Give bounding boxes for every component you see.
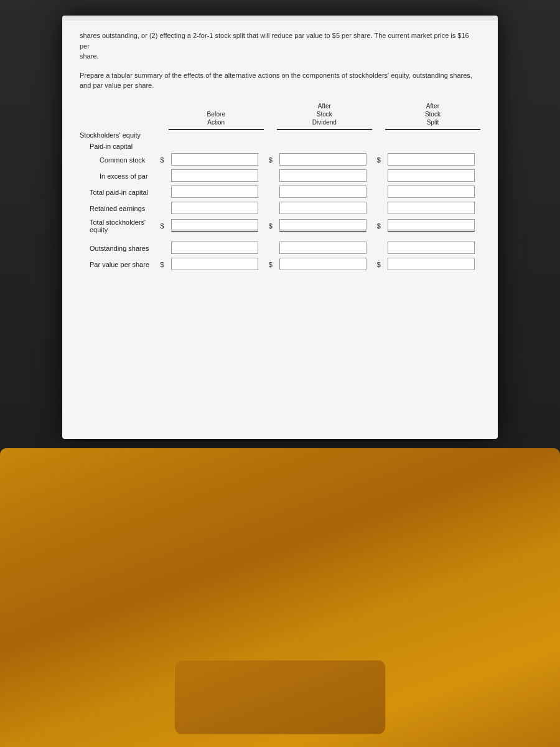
table-spacer	[80, 235, 480, 240]
intro-text: shares outstanding, or (2) effecting a 2…	[80, 31, 480, 62]
common-stock-after-dividend[interactable]	[279, 153, 366, 166]
table-row: Paid-in capital	[80, 141, 480, 152]
screen-area: shares outstanding, or (2) effecting a 2…	[0, 0, 560, 454]
document-content: shares outstanding, or (2) effecting a 2…	[62, 16, 498, 439]
row-label-outstanding-shares: Outstanding shares	[80, 240, 156, 256]
col-before-action: Before Action	[169, 101, 264, 129]
retained-earnings-after-split[interactable]	[388, 202, 475, 214]
row-label-common-stock: Common stock	[80, 152, 156, 168]
par-value-after-dividend[interactable]	[279, 258, 366, 270]
question-text: Prepare a tabular summary of the effects…	[80, 70, 480, 91]
total-paid-in-after-dividend[interactable]	[279, 186, 366, 198]
dollar-sign: $	[269, 261, 273, 268]
table-row: Par value per share $ $ $	[80, 256, 480, 273]
total-paid-in-after-split[interactable]	[388, 186, 475, 198]
dollar-sign: $	[377, 156, 381, 164]
row-label-total-stockholders-equity: Total stockholders' equity	[80, 217, 156, 235]
table-row: Total stockholders' equity $ $ $	[80, 217, 480, 235]
table-row: Total paid-in capital	[80, 184, 480, 200]
col-after-stock-split: After Stock Split	[385, 101, 480, 129]
in-excess-before[interactable]	[171, 169, 258, 182]
row-label-paid-in-capital: Paid-in capital	[80, 141, 156, 152]
row-label-in-excess-of-par: In excess of par	[80, 168, 156, 184]
outstanding-shares-after-split[interactable]	[388, 242, 475, 254]
table-row: In excess of par	[80, 168, 480, 184]
common-stock-before[interactable]	[171, 153, 258, 166]
par-value-before[interactable]	[171, 258, 258, 270]
table-row: Common stock $ $ $	[80, 152, 480, 168]
row-label-total-paid-in-capital: Total paid-in capital	[80, 184, 156, 200]
common-stock-after-split[interactable]	[388, 153, 475, 166]
dollar-sign: $	[161, 222, 164, 230]
dollar-sign: $	[269, 222, 273, 230]
outstanding-shares-before[interactable]	[171, 242, 258, 254]
in-excess-after-split[interactable]	[388, 169, 475, 182]
table-header-row: Before Action After Stock Dividend After…	[80, 101, 480, 129]
total-equity-after-split[interactable]	[388, 219, 475, 232]
row-label-retained-earnings: Retained earnings	[80, 200, 156, 217]
table-row: Retained earnings	[80, 200, 480, 217]
dollar-sign: $	[161, 261, 164, 268]
in-excess-after-dividend[interactable]	[279, 169, 366, 182]
summary-table: Before Action After Stock Dividend After…	[80, 101, 480, 273]
dollar-sign: $	[161, 156, 164, 164]
retained-earnings-after-dividend[interactable]	[279, 202, 366, 214]
col-after-stock-dividend: After Stock Dividend	[277, 101, 372, 129]
dollar-sign: $	[377, 222, 381, 230]
total-paid-in-before[interactable]	[171, 186, 258, 198]
total-equity-after-dividend[interactable]	[279, 219, 366, 232]
trackpad[interactable]	[174, 660, 386, 735]
table-row: Outstanding shares	[80, 240, 480, 256]
retained-earnings-before[interactable]	[171, 202, 258, 214]
table-row: Stockholders' equity	[80, 129, 480, 141]
laptop-body: ✦ ✦✦ ⊞ ⊠ ☀ ☀☀ ⏮ ⏸ ⏭ 🔇 🔉 🔊 ~` !1 @2 #3 $4	[0, 448, 560, 747]
dollar-sign: $	[377, 261, 381, 268]
total-equity-before[interactable]	[171, 219, 258, 232]
outstanding-shares-after-dividend[interactable]	[279, 242, 366, 254]
row-label-par-value-per-share: Par value per share	[80, 256, 156, 273]
par-value-after-split[interactable]	[388, 258, 475, 270]
row-label-stockholders-equity: Stockholders' equity	[80, 129, 156, 141]
dollar-sign: $	[269, 156, 273, 164]
